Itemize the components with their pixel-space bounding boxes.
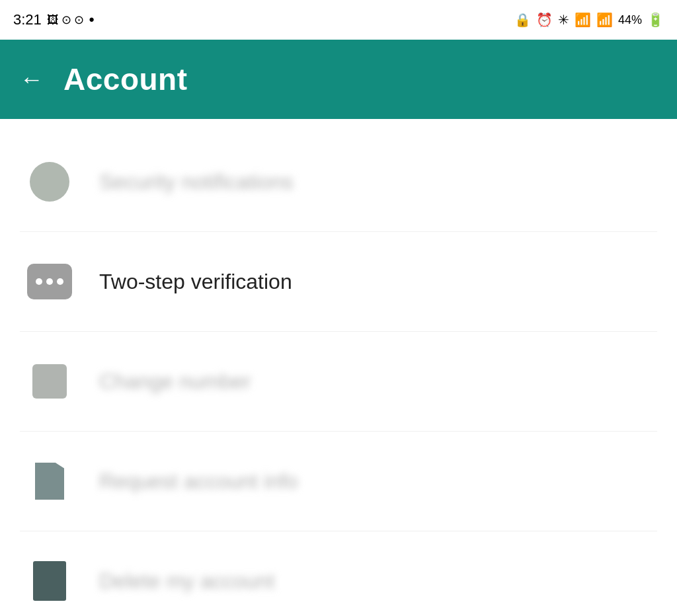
alarm-icon: ⏰ xyxy=(536,12,553,28)
request-icon-wrap xyxy=(26,458,73,504)
change-number-icon-wrap xyxy=(26,358,73,404)
signal-icon: 📶 xyxy=(596,12,613,28)
status-icons: 🖼 ⊙ ⊙ xyxy=(47,13,84,27)
menu-item-security-notifications[interactable]: Security notifications xyxy=(0,132,677,231)
dot-2 xyxy=(46,278,53,285)
battery-icon: 🔋 xyxy=(647,12,664,28)
wifi-icon: 📶 xyxy=(575,12,591,28)
toolbar: ← Account xyxy=(0,40,677,119)
insta-icon-2: ⊙ xyxy=(74,13,84,27)
page-title: Account xyxy=(63,61,188,97)
two-step-icon xyxy=(27,264,72,299)
image-icon: 🖼 xyxy=(47,13,59,27)
two-step-verification-label: Two-step verification xyxy=(99,270,292,294)
dot-3 xyxy=(57,278,63,285)
delete-account-icon xyxy=(33,561,66,601)
menu-item-change-number[interactable]: Change number xyxy=(0,332,677,431)
status-dot: • xyxy=(89,11,95,28)
change-number-icon xyxy=(32,364,67,399)
back-button[interactable]: ← xyxy=(20,67,44,91)
status-time: 3:21 xyxy=(13,11,42,28)
menu-list: Security notifications Two-step verifica… xyxy=(0,119,677,616)
security-icon xyxy=(30,162,69,202)
delete-icon-wrap xyxy=(26,558,73,604)
lock-icon: 🔒 xyxy=(514,12,531,28)
request-account-icon xyxy=(35,463,64,500)
status-bar: 3:21 🖼 ⊙ ⊙ • 🔒 ⏰ ✳ 📶 📶 44% 🔋 xyxy=(0,0,677,40)
two-step-icon-wrap xyxy=(26,258,73,305)
delete-my-account-label: Delete my account xyxy=(99,569,274,594)
menu-item-delete-my-account[interactable]: Delete my account xyxy=(0,531,677,616)
menu-item-two-step-verification[interactable]: Two-step verification xyxy=(0,232,677,331)
menu-item-request-account-info[interactable]: Request account info xyxy=(0,432,677,531)
status-right: 🔒 ⏰ ✳ 📶 📶 44% 🔋 xyxy=(514,12,664,28)
security-icon-wrap xyxy=(26,159,73,205)
dot-1 xyxy=(36,278,42,285)
insta-icon-1: ⊙ xyxy=(61,13,71,27)
status-left: 3:21 🖼 ⊙ ⊙ • xyxy=(13,11,95,28)
security-notifications-label: Security notifications xyxy=(99,170,293,194)
request-account-info-label: Request account info xyxy=(99,469,298,494)
change-number-label: Change number xyxy=(99,369,251,394)
battery-percent: 44% xyxy=(618,13,642,27)
bluetooth-icon: ✳ xyxy=(558,12,569,28)
